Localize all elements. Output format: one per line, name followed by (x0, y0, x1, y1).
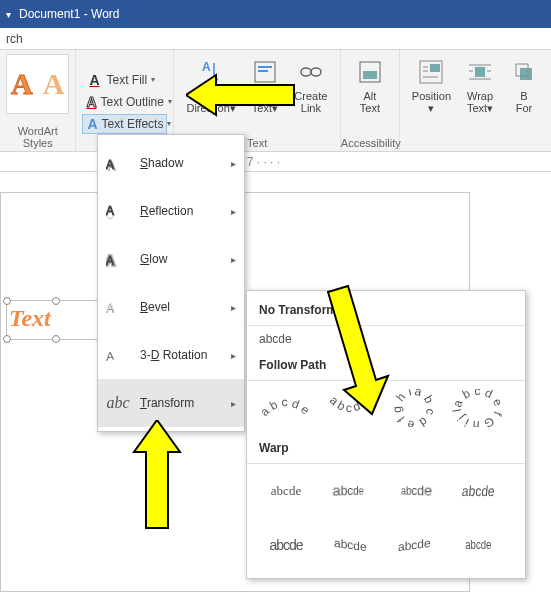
bevel-icon: AA (106, 293, 130, 321)
svg-text:a b c d e f g: a b c d e f g (259, 391, 313, 420)
accessibility-group-label: Accessibility (341, 135, 399, 149)
submenu-arrow-icon: ▸ (231, 254, 236, 265)
svg-point-5 (311, 68, 321, 76)
menu-item-shadow[interactable]: AA Shadow ▸ (98, 139, 244, 187)
alt-text-label: AltText (360, 90, 380, 114)
wordart-group-label: WordArt Styles (6, 123, 69, 149)
menu-label: Reflection (140, 204, 221, 218)
wrap-text-label: WrapText▾ (467, 90, 493, 114)
menu-item-bevel[interactable]: AA Bevel ▸ (98, 283, 244, 331)
no-transform-option[interactable]: abcde (247, 326, 525, 352)
svg-rect-9 (430, 64, 440, 72)
svg-text:A: A (107, 301, 115, 315)
follow-path-arch-up[interactable]: a b c d e f g (257, 389, 315, 427)
shadow-icon: AA (106, 149, 130, 177)
svg-rect-7 (363, 71, 377, 79)
warp-option[interactable]: abcde (449, 526, 507, 564)
menu-item-transform[interactable]: abc Transform ▸ (98, 379, 244, 427)
text-fill-label: Text Fill (106, 73, 147, 87)
resize-handle[interactable] (3, 297, 11, 305)
warp-row-2: abcde abcde abcde abcde (247, 518, 525, 572)
menu-item-3d-rotation[interactable]: A 3-D Rotation ▸ (98, 331, 244, 379)
warp-option[interactable]: abcde (385, 472, 443, 510)
text-effects-icon: A (87, 116, 97, 132)
svg-text:A: A (106, 254, 114, 268)
menu-label: Shadow (140, 156, 221, 170)
follow-path-button[interactable]: a b c d e f G h i j l m n o p (449, 389, 507, 427)
ribbon-tab-fragment: rch (6, 32, 23, 46)
title-bar: ▾ Document1 - Word (0, 0, 551, 28)
text-direction-icon: A (196, 56, 226, 88)
warp-option[interactable]: abcde (385, 526, 443, 564)
wordart-object[interactable]: Text (6, 300, 106, 340)
submenu-header-no-transform: No Transform (247, 297, 525, 326)
create-link-button[interactable]: CreateLink (288, 54, 334, 114)
menu-item-reflection[interactable]: AA Reflection ▸ (98, 187, 244, 235)
svg-text:a b c d e f g h i j k l m n: a b c d e f g h i j k l m n (387, 389, 438, 427)
position-icon (416, 56, 446, 88)
submenu-header-follow-path: Follow Path (247, 352, 525, 381)
dropdown-icon: ▾ (151, 75, 155, 84)
position-label: Position▾ (412, 90, 451, 114)
warp-option[interactable]: abcde (321, 526, 379, 564)
wordart-sample-b: A (43, 67, 65, 101)
text-fill-button[interactable]: A Text Fill ▾ (82, 70, 167, 90)
menu-label: Transform (140, 396, 221, 410)
transform-submenu: No Transform abcde Follow Path a b c d e… (246, 290, 526, 579)
resize-handle[interactable] (3, 335, 11, 343)
create-link-label: CreateLink (294, 90, 327, 114)
align-text-button[interactable]: AlignText▾ (242, 54, 288, 114)
wordart-sample-a: A (11, 67, 33, 101)
alt-text-icon (355, 56, 385, 88)
text-fill-icon: A (86, 72, 102, 88)
text-effects-label: Text Effects (102, 117, 164, 131)
align-text-icon (250, 56, 280, 88)
arrange-group: Position▾ WrapText▾ BFor (400, 50, 551, 151)
svg-text:A: A (106, 349, 115, 364)
wrap-text-button[interactable]: WrapText▾ (457, 54, 503, 149)
submenu-arrow-icon: ▸ (231, 350, 236, 361)
text-outline-icon: A (86, 94, 96, 110)
warp-option[interactable]: abcde (321, 472, 379, 510)
glow-icon: AA (106, 245, 130, 273)
menu-item-glow[interactable]: AA Glow ▸ (98, 235, 244, 283)
text-outline-label: Text Outline (101, 95, 164, 109)
wordart-styles-group: A A WordArt Styles (0, 50, 76, 151)
dropdown-icon: ▾ (167, 119, 171, 128)
transform-icon: abc (106, 389, 130, 417)
text-effects-button[interactable]: A Text Effects ▾ (82, 114, 167, 134)
ruler: · · · · · 5 · · · · · · · 6 · · · · · · … (0, 152, 551, 172)
wordart-text: Text (7, 301, 105, 336)
submenu-arrow-icon: ▸ (231, 398, 236, 409)
svg-point-4 (301, 68, 311, 76)
alt-text-button[interactable]: AltText (347, 54, 393, 114)
window-title: Document1 - Word (19, 7, 119, 21)
wrap-text-icon (465, 56, 495, 88)
follow-path-arch-down[interactable]: a b c d e f g (321, 389, 379, 427)
resize-handle[interactable] (52, 335, 60, 343)
menu-label: Glow (140, 252, 221, 266)
rotation-icon: A (106, 341, 130, 369)
align-text-label: AlignText▾ (252, 90, 278, 114)
menu-label: Bevel (140, 300, 221, 314)
menu-label: 3-D Rotation (140, 348, 221, 362)
wordart-gallery[interactable]: A A (6, 54, 69, 114)
position-button[interactable]: Position▾ (406, 54, 457, 149)
resize-handle[interactable] (52, 297, 60, 305)
svg-text:A: A (106, 215, 115, 222)
text-direction-button[interactable]: A TextDirection▾ (180, 54, 241, 114)
warp-option[interactable]: abcde (257, 472, 315, 510)
text-direction-label: TextDirection▾ (186, 90, 235, 114)
bring-forward-button[interactable]: BFor (503, 54, 545, 149)
bring-forward-label: BFor (516, 90, 533, 114)
warp-option[interactable]: abcde (449, 472, 507, 510)
text-outline-button[interactable]: A Text Outline ▾ (82, 92, 167, 112)
dropdown-icon: ▾ (168, 97, 172, 106)
create-link-icon (296, 56, 326, 88)
submenu-arrow-icon: ▸ (231, 158, 236, 169)
text-effects-menu: AA Shadow ▸ AA Reflection ▸ AA Glow ▸ AA… (97, 134, 245, 432)
svg-text:A: A (202, 60, 211, 74)
warp-option[interactable]: abcde (257, 526, 315, 564)
warp-row-1: abcde abcde abcde abcde (247, 464, 525, 518)
follow-path-circle[interactable]: a b c d e f g h i j k l m n (385, 389, 443, 427)
